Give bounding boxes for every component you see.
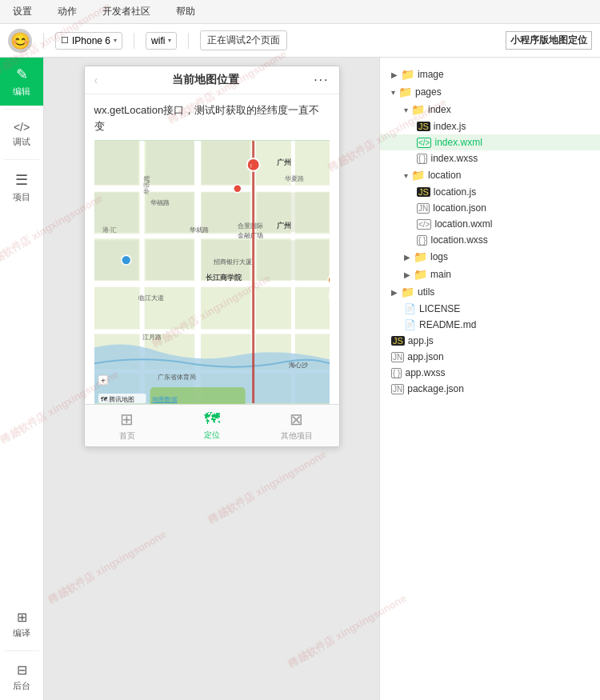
tree-item-utils[interactable]: ▶ 📁 utils	[380, 283, 600, 301]
toolbar: 😊 ☐ IPhone 6 ▾ wifi ▾ 正在调试2个页面 小程序版地图定位	[0, 24, 600, 58]
svg-text:+: +	[100, 376, 105, 385]
tree-item-app-json[interactable]: JN app.json	[380, 349, 600, 365]
sidebar-label-backend: 后台	[13, 680, 30, 692]
svg-text:江月路: 江月路	[142, 334, 161, 341]
tree-item-readme[interactable]: 📄 README.md	[380, 317, 600, 333]
tree-item-location-wxss[interactable]: { } location.wxss	[380, 232, 600, 248]
svg-text:华就路: 华就路	[190, 226, 209, 234]
tree-label: index.wxml	[434, 137, 482, 148]
tree-item-pages[interactable]: ▾ 📁 pages	[380, 83, 600, 101]
tree-item-app-wxss[interactable]: { } app.wxss	[380, 365, 600, 381]
tree-item-main[interactable]: ▶ 📁 main	[380, 266, 600, 283]
toolbar-right: 小程序版地图定位	[506, 31, 592, 50]
network-chevron-icon: ▾	[168, 37, 171, 44]
separator-3	[188, 33, 189, 49]
wxss-file-icon3: { }	[391, 368, 402, 378]
home-tab-label: 首页	[119, 430, 135, 442]
tree-item-app-js[interactable]: JS app.js	[380, 333, 600, 349]
sidebar-item-compile[interactable]: ⊞ 编译	[0, 602, 43, 647]
tree-label: location	[428, 170, 461, 181]
compile-icon: ⊞	[17, 610, 27, 625]
js-file-icon: JS	[417, 187, 430, 197]
tree-item-index[interactable]: ▾ 📁 index	[380, 101, 600, 118]
sidebar-divider-3	[4, 650, 38, 651]
menu-settings[interactable]: 设置	[8, 2, 37, 22]
sidebar-item-debug[interactable]: </> 调试	[0, 113, 43, 156]
tree-item-location-wxml[interactable]: </> location.wxml	[380, 216, 600, 232]
separator-2	[134, 33, 134, 49]
wxml-file-icon: </>	[417, 138, 431, 148]
phone-tab-home[interactable]: ⊞ 首页	[85, 405, 170, 446]
tree-item-index-wxss[interactable]: { } index.wxss	[380, 150, 600, 166]
map-container: 发展林 华讯路	[94, 140, 330, 404]
device-name: IPhone 6	[72, 35, 110, 46]
sidebar-label-edit: 编辑	[13, 86, 30, 98]
svg-text:!: !	[250, 162, 251, 170]
chevron-icon: ▶	[404, 253, 410, 262]
tree-item-package-json[interactable]: JN package.json	[380, 381, 600, 397]
menu-community[interactable]: 开发者社区	[98, 2, 155, 22]
sidebar-item-backend[interactable]: ⊟ 后台	[0, 654, 43, 700]
debug-button[interactable]: 正在调试2个页面	[200, 30, 287, 50]
tree-label: pages	[415, 86, 442, 98]
location-tab-icon: 🗺	[204, 410, 220, 428]
svg-text:港·汇: 港·汇	[102, 226, 116, 234]
sidebar-divider-2	[4, 159, 38, 160]
main-layout: ✎ 编辑 </> 调试 ☰ 项目 ⊞ 编译 ⊟ 后台 ‹ 当前地图位置	[0, 58, 600, 700]
location-tab-label: 定位	[204, 430, 220, 441]
wxml-file-icon2: </>	[417, 219, 431, 230]
folder-icon: 📁	[414, 268, 427, 281]
svg-text:广州: 广州	[276, 158, 291, 166]
phone-frame: ‹ 当前地图位置 ··· wx.getLocation接口，测试时获取的经纬度一…	[84, 66, 340, 447]
file-icon: 📄	[404, 319, 416, 330]
json-file-icon: JN	[417, 203, 430, 214]
project-icon: ☰	[15, 171, 28, 189]
tree-item-location-js[interactable]: JS location.js	[380, 184, 600, 200]
svg-text:长江商学院: 长江商学院	[206, 273, 242, 282]
svg-text:海心沙: 海心沙	[289, 362, 308, 369]
menu-help[interactable]: 帮助	[171, 2, 200, 22]
chevron-icon: ▾	[404, 106, 408, 114]
sidebar-label-debug: 调试	[13, 136, 30, 148]
js-file-icon: JS	[417, 122, 430, 131]
tree-item-logs[interactable]: ▶ 📁 logs	[380, 248, 600, 266]
menu-actions[interactable]: 动作	[53, 2, 82, 22]
wxss-file-icon: { }	[417, 154, 427, 164]
chevron-icon: ▾	[404, 171, 408, 180]
phone-tab-other[interactable]: ⊠ 其他项目	[254, 405, 339, 446]
tree-item-index-wxml[interactable]: </> index.wxml	[380, 134, 600, 150]
tree-item-location-json[interactable]: JN location.json	[380, 200, 600, 216]
chevron-icon: ▶	[404, 270, 410, 279]
svg-rect-12	[94, 141, 138, 185]
svg-text:临江大道: 临江大道	[138, 294, 163, 302]
menu-bar: 设置 动作 开发者社区 帮助	[0, 0, 600, 24]
tree-label: location.wxss	[430, 234, 487, 246]
tree-label: app.js	[408, 335, 434, 346]
phone-area: ‹ 当前地图位置 ··· wx.getLocation接口，测试时获取的经纬度一…	[44, 58, 380, 700]
svg-point-41	[121, 255, 130, 265]
svg-text:广州: 广州	[276, 222, 291, 230]
network-selector[interactable]: wifi ▾	[146, 32, 177, 50]
sidebar-item-project[interactable]: ☰ 项目	[0, 163, 43, 211]
tree-item-location[interactable]: ▾ 📁 location	[380, 166, 600, 184]
avatar: 😊	[8, 29, 32, 53]
folder-icon: 📁	[411, 103, 425, 116]
folder-icon: 📁	[411, 169, 425, 182]
tree-item-index-js[interactable]: JS index.js	[380, 118, 600, 134]
sidebar-label-project: 项目	[13, 191, 30, 203]
phone-tab-location[interactable]: 🗺 定位	[170, 405, 254, 446]
sidebar-item-edit[interactable]: ✎ 编辑	[0, 58, 43, 106]
tree-label: README.md	[419, 319, 476, 330]
home-tab-icon: ⊞	[120, 410, 134, 429]
edit-icon: ✎	[16, 66, 28, 83]
phone-nav-bar: ‹ 当前地图位置 ···	[85, 66, 339, 94]
device-selector[interactable]: ☐ IPhone 6 ▾	[55, 32, 122, 50]
phone-content: wx.getLocation接口，测试时获取的经纬度一直不变	[85, 94, 339, 404]
sidebar: ✎ 编辑 </> 调试 ☰ 项目 ⊞ 编译 ⊟ 后台	[0, 58, 44, 700]
svg-text:金融广场: 金融广场	[237, 232, 262, 239]
svg-text:地图数据: 地图数据	[150, 396, 177, 403]
tree-item-image[interactable]: ▶ 📁 image	[380, 66, 600, 83]
tree-label: app.json	[407, 351, 443, 362]
folder-icon: 📁	[401, 286, 414, 298]
tree-item-license[interactable]: 📄 LICENSE	[380, 301, 600, 317]
